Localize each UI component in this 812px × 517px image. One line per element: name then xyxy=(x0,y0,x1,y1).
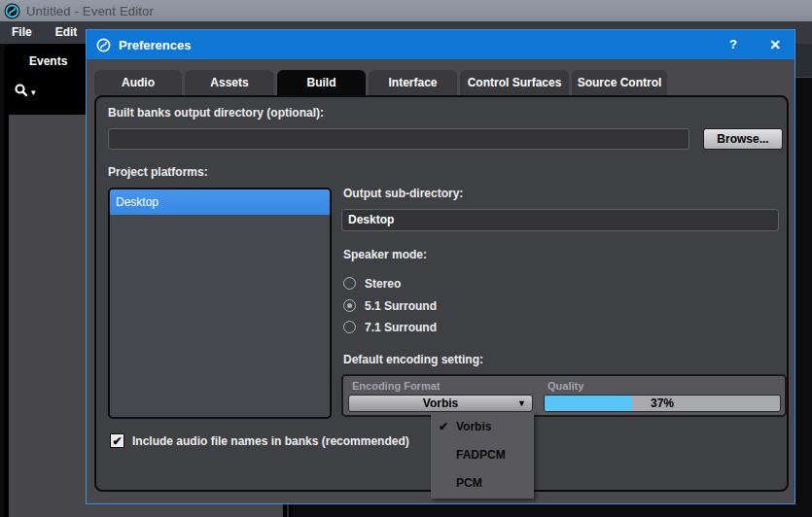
radio-icon[interactable] xyxy=(343,299,356,312)
fmod-logo-icon xyxy=(4,3,20,19)
project-platforms-label: Project platforms: xyxy=(108,165,208,179)
output-directory-input[interactable] xyxy=(108,128,689,150)
tab-assets[interactable]: Assets xyxy=(185,70,274,95)
platforms-list[interactable]: Desktop xyxy=(108,188,332,419)
subdirectory-input[interactable]: Desktop xyxy=(341,209,779,231)
background-toolbar-sliver xyxy=(795,44,812,77)
panel-divider-line xyxy=(287,504,289,517)
close-button[interactable]: ✕ xyxy=(760,30,790,59)
encoding-format-value: Vorbis xyxy=(423,396,458,410)
encoding-format-dropdown[interactable]: Vorbis ▼ xyxy=(348,395,533,412)
default-encoding-label: Default encoding setting: xyxy=(343,353,483,366)
quality-header: Quality xyxy=(547,380,583,392)
radio-51-surround[interactable]: 5.1 Surround xyxy=(343,298,437,313)
include-names-row[interactable]: ✔ Include audio file names in banks (rec… xyxy=(110,433,409,448)
tab-source-control[interactable]: Source Control xyxy=(572,70,667,95)
search-icon[interactable] xyxy=(14,83,29,102)
tab-control-surfaces[interactable]: Control Surfaces xyxy=(460,70,569,95)
tab-build[interactable]: Build xyxy=(277,70,366,95)
menu-item-vorbis[interactable]: ✔ Vorbis xyxy=(431,412,534,440)
tab-interface[interactable]: Interface xyxy=(369,70,457,95)
tab-audio[interactable]: Audio xyxy=(94,70,182,95)
quality-value: 37% xyxy=(545,396,780,411)
dialog-titlebar[interactable]: Preferences xyxy=(87,30,794,59)
os-titlebar: Untitled - Event Editor xyxy=(0,0,812,21)
chevron-down-icon: ▼ xyxy=(517,396,526,411)
browse-button[interactable]: Browse... xyxy=(703,128,783,150)
encoding-settings-panel: Encoding Format Quality Vorbis ▼ 37% xyxy=(341,374,787,417)
check-icon: ✔ xyxy=(439,420,448,433)
tab-events[interactable]: Events xyxy=(29,54,67,68)
speaker-mode-label: Speaker mode: xyxy=(343,248,427,261)
radio-71-surround[interactable]: 7.1 Surround xyxy=(343,320,437,334)
help-button[interactable]: ? xyxy=(719,30,748,59)
radio-stereo[interactable]: Stereo xyxy=(343,276,401,291)
radio-icon[interactable] xyxy=(343,321,356,333)
include-names-label: Include audio file names in banks (recom… xyxy=(132,434,409,448)
dialog-title: Preferences xyxy=(119,38,191,52)
menu-item-fadpcm[interactable]: FADPCM xyxy=(431,440,534,468)
menu-item-pcm[interactable]: PCM xyxy=(431,468,534,497)
search-dropdown-caret-icon[interactable]: ▾ xyxy=(31,87,36,97)
encoding-format-menu: ✔ Vorbis FADPCM PCM xyxy=(431,412,534,499)
events-search[interactable]: ▾ xyxy=(14,81,72,104)
quality-slider[interactable]: 37% xyxy=(544,395,781,412)
background-divider-line xyxy=(795,77,812,78)
platform-item-desktop[interactable]: Desktop xyxy=(110,190,330,215)
fmod-logo-icon xyxy=(95,37,112,53)
subdirectory-label: Output sub-directory: xyxy=(343,187,463,200)
output-directory-label: Built banks output directory (optional): xyxy=(108,106,324,120)
radio-icon[interactable] xyxy=(343,277,356,290)
menu-file[interactable]: File xyxy=(0,21,44,44)
encoding-format-header: Encoding Format xyxy=(352,380,440,392)
window-title: Untitled - Event Editor xyxy=(26,4,154,18)
checkbox-checked-icon[interactable]: ✔ xyxy=(110,433,124,448)
menu-edit[interactable]: Edit xyxy=(44,21,89,44)
